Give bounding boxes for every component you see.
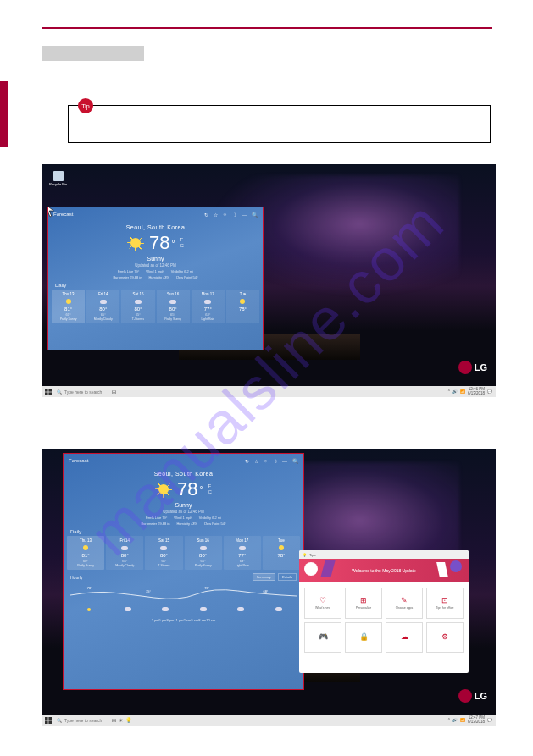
recycle-bin: Recycle Bin bbox=[49, 171, 67, 186]
svg-text:68°: 68° bbox=[263, 589, 268, 593]
more-icon[interactable]: ⋯ bbox=[242, 212, 247, 218]
day-card[interactable]: Sun 1680°65°Partly Sunny bbox=[157, 290, 190, 323]
mouse-cursor-icon bbox=[47, 207, 56, 218]
notifications-icon[interactable]: 💬 bbox=[487, 389, 492, 394]
history-icon[interactable]: ↻ bbox=[47, 253, 48, 268]
task-view-icon[interactable]: ⊞ bbox=[112, 717, 116, 723]
daily-label: Daily bbox=[64, 526, 88, 536]
location-text: Seoul, South Korea bbox=[126, 224, 186, 230]
svg-rect-11 bbox=[48, 720, 52, 724]
summary-button[interactable]: Summary bbox=[253, 573, 275, 581]
places-icon[interactable]: ◎ bbox=[63, 515, 64, 530]
tray-up-icon[interactable]: ^ bbox=[448, 389, 450, 394]
updated-text: Updated as of 12:46 PM bbox=[163, 510, 204, 514]
welcome-window[interactable]: 💡 Tips Welcome to the May 2018 Update ♡W… bbox=[299, 550, 469, 673]
hourly-chart: 78° 75° 70° 68° bbox=[70, 582, 297, 616]
section-heading-placeholder bbox=[42, 46, 144, 61]
welcome-tile[interactable]: 🔒 bbox=[345, 622, 382, 654]
day-card[interactable]: Fri 1480°65°Mostly Cloudy bbox=[106, 536, 143, 570]
weather-app-window-left[interactable]: ≡ ⌂ 🗺 ↻ ◎ 📰 Forecast ↻ ☆ ☼ ☽ ⋯ 🔍 Seoul, … bbox=[63, 453, 304, 690]
page-side-tab bbox=[0, 81, 8, 147]
weather-topbar: Forecast ↻ ☆ ☼ ☽ ⋯ 🔍 bbox=[48, 207, 263, 221]
sun-toggle-icon[interactable]: ☼ bbox=[264, 458, 269, 463]
temperature-value: 78 bbox=[149, 232, 169, 254]
day-card[interactable]: Sat 1580°65°T-Storms bbox=[145, 536, 182, 570]
weather-taskbar-icon[interactable]: ☀ bbox=[119, 717, 123, 723]
weather-app-window[interactable]: ≡ ⌂ 🗺 ↻ ◎ 📰 Forecast ↻ ☆ ☼ ☽ ⋯ 🔍 Seoul, … bbox=[47, 207, 264, 350]
tip-callout-box bbox=[68, 105, 491, 143]
moon-icon[interactable]: ☽ bbox=[232, 212, 236, 218]
wifi-icon[interactable]: 📶 bbox=[460, 389, 465, 394]
tray-up-icon[interactable]: ^ bbox=[448, 718, 450, 722]
screenshot-2: LG ≡ ⌂ 🗺 ↻ ◎ 📰 Forecast ↻ ☆ ☼ ☽ ⋯ 🔍 bbox=[42, 449, 496, 726]
day-card[interactable]: Sun 1680°65°Partly Sunny bbox=[185, 536, 222, 570]
search-icon[interactable]: 🔍 bbox=[252, 212, 258, 218]
svg-text:75°: 75° bbox=[146, 589, 151, 593]
day-card[interactable]: Tue78° bbox=[226, 290, 259, 323]
welcome-tile[interactable]: ⊞Personalize bbox=[345, 588, 382, 619]
refresh-icon[interactable]: ↻ bbox=[245, 458, 249, 464]
svg-rect-2 bbox=[45, 392, 48, 395]
moon-icon[interactable]: ☽ bbox=[273, 458, 277, 464]
start-button[interactable] bbox=[42, 386, 53, 397]
svg-text:70°: 70° bbox=[204, 586, 209, 590]
history-icon[interactable]: ↻ bbox=[63, 499, 64, 515]
svg-rect-9 bbox=[48, 717, 52, 720]
updated-text: Updated as of 12:46 PM bbox=[135, 263, 176, 268]
svg-rect-0 bbox=[45, 389, 48, 392]
weather-sidebar: ≡ ⌂ 🗺 ↻ ◎ 📰 bbox=[47, 207, 48, 350]
svg-rect-3 bbox=[48, 392, 52, 395]
task-view-icon[interactable]: ⊞ bbox=[112, 389, 116, 395]
welcome-tile[interactable]: ⊡Tips for office bbox=[426, 588, 464, 619]
welcome-tile[interactable]: 🎮 bbox=[304, 622, 341, 654]
day-card[interactable]: Sat 1580°65°T-Storms bbox=[121, 290, 154, 323]
volume-icon[interactable]: 🔊 bbox=[452, 718, 458, 722]
pin-icon[interactable]: ☆ bbox=[214, 212, 218, 218]
home-icon[interactable]: ⌂ bbox=[63, 469, 64, 484]
taskbar-search[interactable]: 🔍 Type here to search bbox=[53, 389, 105, 395]
search-icon: 🔍 bbox=[57, 718, 62, 723]
start-button[interactable] bbox=[42, 715, 53, 726]
day-card[interactable]: Mon 1777°63°Light Rain bbox=[224, 536, 261, 570]
sun-toggle-icon[interactable]: ☼ bbox=[223, 212, 228, 217]
map-icon[interactable]: 🗺 bbox=[63, 484, 64, 499]
forecast-label: Forecast bbox=[69, 458, 88, 463]
weather-sun-icon bbox=[155, 481, 172, 498]
pin-icon[interactable]: ☆ bbox=[254, 458, 258, 464]
welcome-tile[interactable]: ☁ bbox=[386, 622, 423, 654]
day-card[interactable]: Mon 1777°63°Light Rain bbox=[192, 290, 225, 323]
tips-taskbar-icon[interactable]: 💡 bbox=[125, 717, 131, 723]
day-card[interactable]: Thu 1381°60°Partly Sunny bbox=[67, 536, 104, 570]
daily-forecast-row-2: Thu 1381°60°Partly SunnyFri 1480°65°Most… bbox=[64, 536, 303, 570]
notifications-icon[interactable]: 💬 bbox=[487, 718, 492, 722]
search-icon[interactable]: 🔍 bbox=[292, 458, 298, 464]
wifi-icon[interactable]: 📶 bbox=[460, 718, 465, 722]
welcome-tile[interactable]: ♡What's new bbox=[304, 588, 341, 619]
forecast-label: Forecast bbox=[53, 212, 73, 217]
map-icon[interactable]: 🗺 bbox=[47, 238, 48, 253]
weather-sidebar: ≡ ⌂ 🗺 ↻ ◎ 📰 bbox=[63, 454, 64, 689]
hourly-label: Hourly bbox=[70, 575, 82, 580]
svg-rect-8 bbox=[45, 717, 48, 720]
menu-icon[interactable]: ≡ bbox=[63, 454, 64, 469]
svg-rect-1 bbox=[48, 389, 52, 392]
taskbar: 🔍 Type here to search ⊞ ^ 🔊 📶 12:46 PM 6… bbox=[42, 386, 496, 397]
welcome-tile[interactable]: ⚙ bbox=[426, 622, 464, 654]
day-card[interactable]: Tue78° bbox=[263, 536, 300, 570]
places-icon[interactable]: ◎ bbox=[47, 268, 48, 284]
svg-rect-10 bbox=[45, 720, 48, 724]
welcome-tile[interactable]: ✎Choose apps bbox=[386, 588, 423, 619]
lg-logo: LG bbox=[458, 361, 487, 374]
day-card[interactable]: Fri 1480°65°Mostly Cloudy bbox=[86, 290, 119, 323]
day-card[interactable]: Thu 1381°60°Partly Sunny bbox=[52, 290, 85, 323]
home-icon[interactable]: ⌂ bbox=[47, 223, 48, 238]
details-button[interactable]: Details bbox=[278, 573, 297, 581]
more-icon[interactable]: ⋯ bbox=[282, 458, 287, 464]
weather-topbar: Forecast ↻ ☆ ☼ ☽ ⋯ 🔍 bbox=[64, 454, 303, 467]
taskbar-search[interactable]: 🔍 Type here to search bbox=[53, 718, 105, 723]
news-icon[interactable]: 📰 bbox=[47, 284, 48, 299]
volume-icon[interactable]: 🔊 bbox=[452, 389, 458, 394]
refresh-icon[interactable]: ↻ bbox=[204, 212, 208, 218]
news-icon[interactable]: 📰 bbox=[63, 530, 64, 545]
svg-text:78°: 78° bbox=[87, 586, 92, 590]
